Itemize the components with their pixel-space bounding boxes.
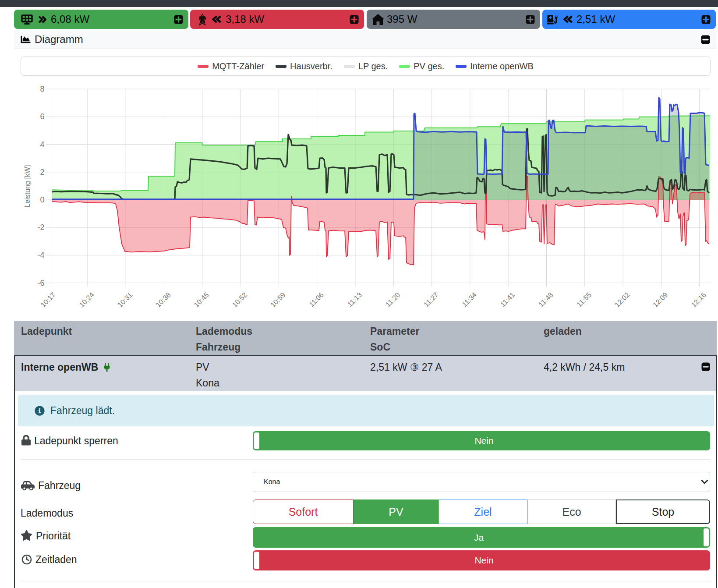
- svg-text:10:38: 10:38: [154, 291, 172, 308]
- svg-text:0: 0: [40, 195, 44, 204]
- svg-text:-6: -6: [37, 279, 44, 287]
- svg-text:11:13: 11:13: [346, 291, 364, 308]
- svg-text:Leistung [kW]: Leistung [kW]: [24, 165, 31, 208]
- svg-text:2: 2: [40, 168, 44, 177]
- svg-text:11:48: 11:48: [537, 291, 555, 308]
- svg-text:12:09: 12:09: [651, 291, 669, 308]
- svg-text:12:16: 12:16: [690, 291, 707, 308]
- svg-text:12:02: 12:02: [613, 291, 631, 308]
- svg-text:11:20: 11:20: [384, 291, 402, 308]
- svg-text:6: 6: [40, 112, 44, 121]
- svg-text:10:17: 10:17: [39, 291, 57, 308]
- svg-text:11:34: 11:34: [461, 291, 478, 308]
- svg-text:11:41: 11:41: [499, 291, 516, 308]
- svg-text:10:59: 10:59: [269, 291, 286, 308]
- svg-text:-4: -4: [37, 251, 44, 259]
- svg-text:4: 4: [40, 140, 44, 149]
- svg-text:10:24: 10:24: [78, 291, 95, 308]
- svg-text:-2: -2: [37, 223, 44, 232]
- svg-text:8: 8: [40, 85, 44, 93]
- svg-text:11:55: 11:55: [575, 291, 593, 308]
- svg-text:10:52: 10:52: [231, 291, 248, 308]
- svg-text:10:31: 10:31: [116, 291, 134, 308]
- svg-text:11:06: 11:06: [308, 291, 325, 308]
- svg-text:11:27: 11:27: [422, 291, 440, 308]
- svg-text:10:45: 10:45: [193, 291, 210, 308]
